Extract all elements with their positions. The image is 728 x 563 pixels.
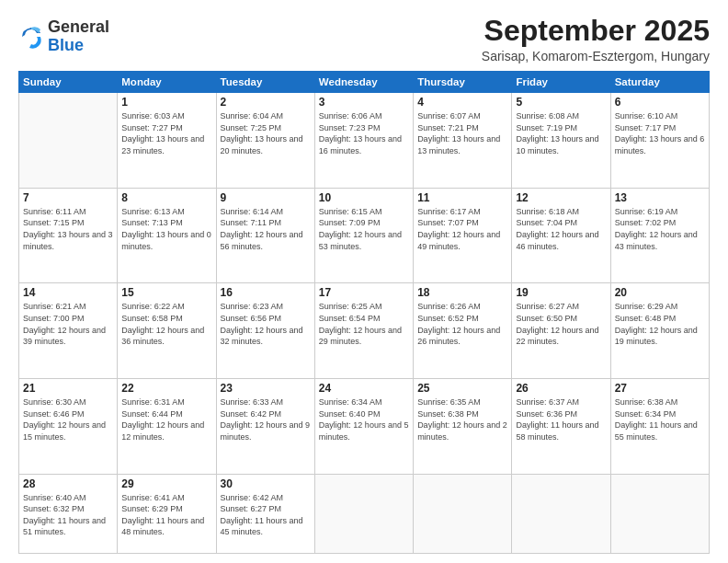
table-row xyxy=(610,474,709,553)
table-row: 27Sunrise: 6:38 AM Sunset: 6:34 PM Dayli… xyxy=(610,378,709,474)
logo: General Blue xyxy=(18,18,109,55)
day-number: 22 xyxy=(121,382,211,395)
day-info: Sunrise: 6:35 AM Sunset: 6:38 PM Dayligh… xyxy=(417,396,507,442)
table-row: 2Sunrise: 6:04 AM Sunset: 7:25 PM Daylig… xyxy=(216,93,314,189)
table-row: 16Sunrise: 6:23 AM Sunset: 6:56 PM Dayli… xyxy=(216,283,314,379)
logo-general: General xyxy=(48,18,109,37)
calendar-header-row: Sunday Monday Tuesday Wednesday Thursday… xyxy=(19,72,710,93)
table-row: 17Sunrise: 6:25 AM Sunset: 6:54 PM Dayli… xyxy=(314,283,413,379)
day-info: Sunrise: 6:13 AM Sunset: 7:13 PM Dayligh… xyxy=(121,206,211,252)
table-row: 28Sunrise: 6:40 AM Sunset: 6:32 PM Dayli… xyxy=(19,474,118,553)
day-number: 23 xyxy=(221,382,311,395)
day-info: Sunrise: 6:04 AM Sunset: 7:25 PM Dayligh… xyxy=(221,110,311,156)
table-row xyxy=(314,474,413,553)
day-number: 15 xyxy=(121,286,211,299)
day-number: 1 xyxy=(121,96,211,109)
day-number: 10 xyxy=(319,191,409,204)
day-info: Sunrise: 6:10 AM Sunset: 7:17 PM Dayligh… xyxy=(615,110,705,156)
day-info: Sunrise: 6:42 AM Sunset: 6:27 PM Dayligh… xyxy=(221,492,311,538)
calendar-body: 1Sunrise: 6:03 AM Sunset: 7:27 PM Daylig… xyxy=(19,93,710,554)
table-row xyxy=(414,474,512,553)
logo-blue: Blue xyxy=(48,37,109,55)
day-info: Sunrise: 6:08 AM Sunset: 7:19 PM Dayligh… xyxy=(516,110,606,156)
day-number: 14 xyxy=(23,286,113,299)
day-info: Sunrise: 6:37 AM Sunset: 6:36 PM Dayligh… xyxy=(516,396,606,442)
day-info: Sunrise: 6:41 AM Sunset: 6:29 PM Dayligh… xyxy=(121,492,211,538)
table-row: 9Sunrise: 6:14 AM Sunset: 7:11 PM Daylig… xyxy=(216,188,314,283)
table-row: 26Sunrise: 6:37 AM Sunset: 6:36 PM Dayli… xyxy=(512,378,610,474)
day-number: 25 xyxy=(417,382,507,395)
day-info: Sunrise: 6:40 AM Sunset: 6:32 PM Dayligh… xyxy=(23,492,113,538)
day-number: 12 xyxy=(516,191,606,204)
day-info: Sunrise: 6:17 AM Sunset: 7:07 PM Dayligh… xyxy=(417,206,507,252)
day-number: 28 xyxy=(23,477,113,490)
table-row xyxy=(19,93,118,189)
table-row: 15Sunrise: 6:22 AM Sunset: 6:58 PM Dayli… xyxy=(118,283,216,379)
day-number: 8 xyxy=(121,191,211,204)
day-info: Sunrise: 6:03 AM Sunset: 7:27 PM Dayligh… xyxy=(121,110,211,156)
table-row: 22Sunrise: 6:31 AM Sunset: 6:44 PM Dayli… xyxy=(118,378,216,474)
table-row: 1Sunrise: 6:03 AM Sunset: 7:27 PM Daylig… xyxy=(118,93,216,189)
day-number: 30 xyxy=(221,477,311,490)
day-info: Sunrise: 6:21 AM Sunset: 7:00 PM Dayligh… xyxy=(23,301,113,347)
table-row: 11Sunrise: 6:17 AM Sunset: 7:07 PM Dayli… xyxy=(414,188,512,283)
day-number: 2 xyxy=(221,96,311,109)
day-number: 27 xyxy=(615,382,705,395)
day-info: Sunrise: 6:22 AM Sunset: 6:58 PM Dayligh… xyxy=(121,301,211,347)
calendar-table: Sunday Monday Tuesday Wednesday Thursday… xyxy=(18,71,710,554)
day-info: Sunrise: 6:06 AM Sunset: 7:23 PM Dayligh… xyxy=(319,110,409,156)
logo-text: General Blue xyxy=(48,18,109,55)
day-info: Sunrise: 6:18 AM Sunset: 7:04 PM Dayligh… xyxy=(516,206,606,252)
day-info: Sunrise: 6:30 AM Sunset: 6:46 PM Dayligh… xyxy=(23,396,113,442)
col-friday: Friday xyxy=(512,72,610,93)
table-row: 20Sunrise: 6:29 AM Sunset: 6:48 PM Dayli… xyxy=(610,283,709,379)
day-info: Sunrise: 6:38 AM Sunset: 6:34 PM Dayligh… xyxy=(615,396,705,442)
day-number: 16 xyxy=(221,286,311,299)
table-row: 19Sunrise: 6:27 AM Sunset: 6:50 PM Dayli… xyxy=(512,283,610,379)
location: Sarisap, Komarom-Esztergom, Hungary xyxy=(482,49,710,63)
col-wednesday: Wednesday xyxy=(314,72,413,93)
table-row: 25Sunrise: 6:35 AM Sunset: 6:38 PM Dayli… xyxy=(414,378,512,474)
table-row: 21Sunrise: 6:30 AM Sunset: 6:46 PM Dayli… xyxy=(19,378,118,474)
header: General Blue September 2025 Sarisap, Kom… xyxy=(18,15,710,63)
day-number: 29 xyxy=(121,477,211,490)
month-title: September 2025 xyxy=(482,15,710,47)
table-row: 23Sunrise: 6:33 AM Sunset: 6:42 PM Dayli… xyxy=(216,378,314,474)
day-info: Sunrise: 6:26 AM Sunset: 6:52 PM Dayligh… xyxy=(417,301,507,347)
logo-icon xyxy=(18,24,44,50)
day-number: 13 xyxy=(615,191,705,204)
day-number: 17 xyxy=(319,286,409,299)
day-info: Sunrise: 6:19 AM Sunset: 7:02 PM Dayligh… xyxy=(615,206,705,252)
table-row xyxy=(512,474,610,553)
day-number: 11 xyxy=(417,191,507,204)
day-info: Sunrise: 6:11 AM Sunset: 7:15 PM Dayligh… xyxy=(23,206,113,252)
day-info: Sunrise: 6:15 AM Sunset: 7:09 PM Dayligh… xyxy=(319,206,409,252)
table-row: 7Sunrise: 6:11 AM Sunset: 7:15 PM Daylig… xyxy=(19,188,118,283)
day-info: Sunrise: 6:14 AM Sunset: 7:11 PM Dayligh… xyxy=(221,206,311,252)
table-row: 30Sunrise: 6:42 AM Sunset: 6:27 PM Dayli… xyxy=(216,474,314,553)
table-row: 3Sunrise: 6:06 AM Sunset: 7:23 PM Daylig… xyxy=(314,93,413,189)
page: General Blue September 2025 Sarisap, Kom… xyxy=(0,0,728,563)
day-info: Sunrise: 6:29 AM Sunset: 6:48 PM Dayligh… xyxy=(615,301,705,347)
table-row: 24Sunrise: 6:34 AM Sunset: 6:40 PM Dayli… xyxy=(314,378,413,474)
day-number: 21 xyxy=(23,382,113,395)
calendar-row: 21Sunrise: 6:30 AM Sunset: 6:46 PM Dayli… xyxy=(19,378,710,474)
day-info: Sunrise: 6:31 AM Sunset: 6:44 PM Dayligh… xyxy=(121,396,211,442)
day-number: 6 xyxy=(615,96,705,109)
calendar-row: 14Sunrise: 6:21 AM Sunset: 7:00 PM Dayli… xyxy=(19,283,710,379)
day-number: 9 xyxy=(221,191,311,204)
table-row: 5Sunrise: 6:08 AM Sunset: 7:19 PM Daylig… xyxy=(512,93,610,189)
calendar-row: 28Sunrise: 6:40 AM Sunset: 6:32 PM Dayli… xyxy=(19,474,710,553)
table-row: 13Sunrise: 6:19 AM Sunset: 7:02 PM Dayli… xyxy=(610,188,709,283)
day-number: 4 xyxy=(417,96,507,109)
col-saturday: Saturday xyxy=(610,72,709,93)
title-block: September 2025 Sarisap, Komarom-Esztergo… xyxy=(482,15,710,63)
table-row: 6Sunrise: 6:10 AM Sunset: 7:17 PM Daylig… xyxy=(610,93,709,189)
table-row: 8Sunrise: 6:13 AM Sunset: 7:13 PM Daylig… xyxy=(118,188,216,283)
day-number: 19 xyxy=(516,286,606,299)
day-info: Sunrise: 6:23 AM Sunset: 6:56 PM Dayligh… xyxy=(221,301,311,347)
col-monday: Monday xyxy=(118,72,216,93)
day-number: 20 xyxy=(615,286,705,299)
col-thursday: Thursday xyxy=(414,72,512,93)
day-number: 5 xyxy=(516,96,606,109)
